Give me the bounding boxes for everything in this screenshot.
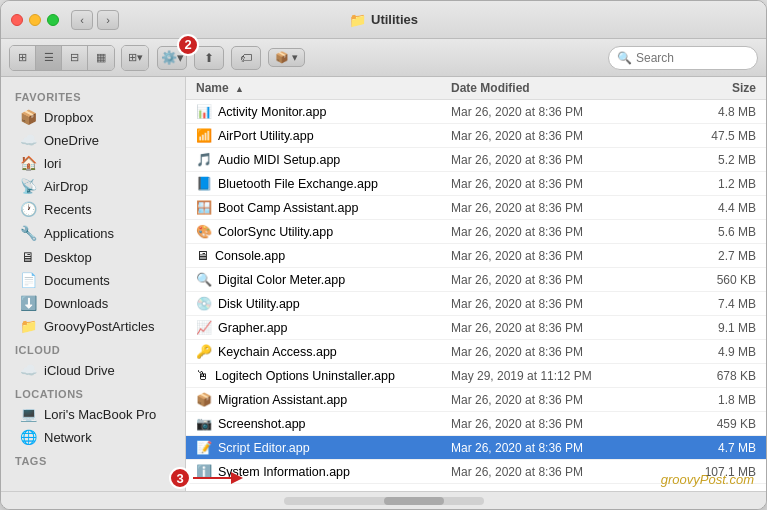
- table-row[interactable]: 🔑 Keychain Access.app Mar 26, 2020 at 8:…: [186, 340, 766, 364]
- file-size: 7.4 MB: [651, 297, 766, 311]
- file-size: 4.7 MB: [651, 441, 766, 455]
- table-row[interactable]: 📷 Screenshot.app Mar 26, 2020 at 8:36 PM…: [186, 412, 766, 436]
- file-icon: 📘: [196, 176, 212, 191]
- file-name: ColorSync Utility.app: [218, 225, 333, 239]
- minimize-button[interactable]: [29, 14, 41, 26]
- file-name: Script Editor.app: [218, 441, 310, 455]
- table-row[interactable]: 🎵 Audio MIDI Setup.app Mar 26, 2020 at 8…: [186, 148, 766, 172]
- table-row[interactable]: 📶 AirPort Utility.app Mar 26, 2020 at 8:…: [186, 124, 766, 148]
- file-icon: 📷: [196, 416, 212, 431]
- sidebar-item-onedrive[interactable]: ☁️ OneDrive: [5, 129, 181, 151]
- view-buttons-group2: ⊞▾: [121, 45, 149, 71]
- file-date: Mar 26, 2020 at 8:36 PM: [451, 465, 651, 479]
- table-row[interactable]: 🖱 Logitech Options Uninstaller.app May 2…: [186, 364, 766, 388]
- sidebar-item-label: Recents: [44, 202, 92, 217]
- file-date: Mar 26, 2020 at 8:36 PM: [451, 225, 651, 239]
- sidebar-item-airdrop[interactable]: 📡 AirDrop: [5, 175, 181, 197]
- search-box[interactable]: 🔍: [608, 46, 758, 70]
- annotation-2: 2: [177, 34, 199, 56]
- sidebar-item-dropbox[interactable]: 📦 Dropbox: [5, 106, 181, 128]
- view-buttons-group1: ⊞ ☰ ⊟ ▦: [9, 45, 115, 71]
- dropbox-icon: 📦: [19, 109, 37, 125]
- file-icon: 🎨: [196, 224, 212, 239]
- table-row[interactable]: 📦 Migration Assistant.app Mar 26, 2020 a…: [186, 388, 766, 412]
- maximize-button[interactable]: [47, 14, 59, 26]
- scroll-thumb[interactable]: [384, 497, 444, 505]
- search-input[interactable]: [636, 51, 749, 65]
- file-size: 1.2 MB: [651, 177, 766, 191]
- sidebar-item-macbook[interactable]: 💻 Lori's MacBook Pro: [5, 403, 181, 425]
- file-name: Screenshot.app: [218, 417, 306, 431]
- file-date: Mar 26, 2020 at 8:36 PM: [451, 177, 651, 191]
- file-date: Mar 26, 2020 at 8:36 PM: [451, 249, 651, 263]
- file-name: Grapher.app: [218, 321, 288, 335]
- file-size: 560 KB: [651, 273, 766, 287]
- file-size: 1.8 MB: [651, 393, 766, 407]
- file-date: Mar 26, 2020 at 8:36 PM: [451, 105, 651, 119]
- file-date: Mar 26, 2020 at 8:36 PM: [451, 393, 651, 407]
- sidebar-item-downloads[interactable]: ⬇️ Downloads: [5, 292, 181, 314]
- table-row[interactable]: 📈 Grapher.app Mar 26, 2020 at 8:36 PM 9.…: [186, 316, 766, 340]
- sidebar-item-applications[interactable]: 🔧 Applications: [5, 222, 181, 244]
- table-row[interactable]: 📘 Bluetooth File Exchange.app Mar 26, 20…: [186, 172, 766, 196]
- file-name: Logitech Options Uninstaller.app: [215, 369, 395, 383]
- table-row[interactable]: 🔍 Digital Color Meter.app Mar 26, 2020 a…: [186, 268, 766, 292]
- icon-view-button[interactable]: ⊞: [10, 46, 36, 70]
- network-icon: 🌐: [19, 429, 37, 445]
- file-date: Mar 26, 2020 at 8:36 PM: [451, 153, 651, 167]
- titlebar: ‹ › 📁 Utilities: [1, 1, 766, 39]
- annotation-3: 3: [169, 467, 191, 489]
- sidebar-item-lori[interactable]: 🏠 lori: [5, 152, 181, 174]
- forward-button[interactable]: ›: [97, 10, 119, 30]
- file-name: Migration Assistant.app: [218, 393, 347, 407]
- horizontal-scrollbar[interactable]: [284, 497, 484, 505]
- file-date: Mar 26, 2020 at 8:36 PM: [451, 201, 651, 215]
- window-title: 📁 Utilities: [349, 12, 418, 28]
- table-row[interactable]: ⌨️ Terminal.app Mar 26, 2020 at 8:36 PM …: [186, 484, 766, 491]
- share-button[interactable]: ⬆: [194, 46, 224, 70]
- table-row[interactable]: 📝 Script Editor.app Mar 26, 2020 at 8:36…: [186, 436, 766, 460]
- sidebar-item-recents[interactable]: 🕐 Recents: [5, 198, 181, 220]
- table-row[interactable]: 🖥 Console.app Mar 26, 2020 at 8:36 PM 2.…: [186, 244, 766, 268]
- sidebar-item-label: GroovyPostArticles: [44, 319, 155, 334]
- table-row[interactable]: 🎨 ColorSync Utility.app Mar 26, 2020 at …: [186, 220, 766, 244]
- sidebar-item-groovypost[interactable]: 📁 GroovyPostArticles: [5, 315, 181, 337]
- file-name: Audio MIDI Setup.app: [218, 153, 340, 167]
- sidebar-item-documents[interactable]: 📄 Documents: [5, 269, 181, 291]
- table-row[interactable]: 💿 Disk Utility.app Mar 26, 2020 at 8:36 …: [186, 292, 766, 316]
- sidebar-item-network[interactable]: 🌐 Network: [5, 426, 181, 448]
- back-button[interactable]: ‹: [71, 10, 93, 30]
- file-date: Mar 26, 2020 at 8:36 PM: [451, 417, 651, 431]
- sidebar-item-label: Lori's MacBook Pro: [44, 407, 156, 422]
- file-date: Mar 26, 2020 at 8:36 PM: [451, 297, 651, 311]
- file-size: 459 KB: [651, 417, 766, 431]
- dropbox-icon: 📦: [275, 51, 289, 64]
- sidebar-item-desktop[interactable]: 🖥 Desktop: [5, 246, 181, 268]
- downloads-icon: ⬇️: [19, 295, 37, 311]
- annotation-3-arrow: [193, 468, 243, 488]
- file-name: Console.app: [215, 249, 285, 263]
- applications-icon: 🔧: [19, 225, 37, 241]
- table-row[interactable]: 📊 Activity Monitor.app Mar 26, 2020 at 8…: [186, 100, 766, 124]
- arrange-button[interactable]: ⊞▾: [122, 46, 148, 70]
- column-date[interactable]: Date Modified: [451, 81, 651, 95]
- list-view-button[interactable]: ☰: [36, 46, 62, 70]
- bottom-bar: [1, 491, 766, 509]
- title-text: Utilities: [371, 12, 418, 27]
- airdrop-icon: 📡: [19, 178, 37, 194]
- close-button[interactable]: [11, 14, 23, 26]
- column-view-button[interactable]: ⊟: [62, 46, 88, 70]
- table-row[interactable]: ℹ️ System Information.app Mar 26, 2020 a…: [186, 460, 766, 484]
- file-list: Name ▲ Date Modified Size 📊 Activity Mon…: [186, 77, 766, 491]
- column-size[interactable]: Size: [651, 81, 766, 95]
- column-name[interactable]: Name ▲: [186, 81, 451, 95]
- dropbox-button[interactable]: 📦▾: [268, 48, 305, 67]
- sidebar-item-label: Applications: [44, 226, 114, 241]
- file-date: Mar 26, 2020 at 8:36 PM: [451, 273, 651, 287]
- table-row[interactable]: 🪟 Boot Camp Assistant.app Mar 26, 2020 a…: [186, 196, 766, 220]
- file-icon: 📶: [196, 128, 212, 143]
- tag-button[interactable]: 🏷: [231, 46, 261, 70]
- gallery-view-button[interactable]: ▦: [88, 46, 114, 70]
- sidebar-item-icloud-drive[interactable]: ☁️ iCloud Drive: [5, 359, 181, 381]
- onedrive-icon: ☁️: [19, 132, 37, 148]
